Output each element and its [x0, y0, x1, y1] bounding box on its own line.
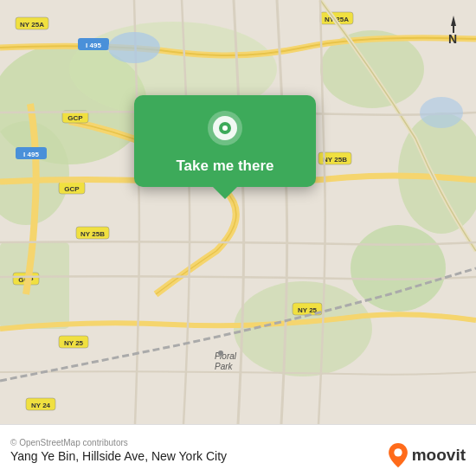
- svg-text:I 495: I 495: [23, 151, 39, 158]
- svg-text:NY 25: NY 25: [298, 306, 318, 314]
- svg-point-45: [394, 448, 402, 456]
- svg-point-38: [218, 351, 223, 356]
- svg-point-39: [108, 32, 160, 63]
- svg-text:I 495: I 495: [86, 42, 101, 49]
- map-container: I 495 NY 25A NY 25A GCP GCP GCP I 495 NY…: [0, 0, 476, 424]
- moovit-pin-icon: [386, 443, 410, 467]
- svg-text:GCP: GCP: [68, 114, 83, 122]
- svg-text:GCP: GCP: [64, 185, 80, 193]
- svg-text:NY 24: NY 24: [31, 402, 51, 409]
- location-icon: [205, 111, 245, 151]
- take-me-there-popup[interactable]: Take me there: [134, 95, 316, 187]
- svg-text:Floral: Floral: [215, 351, 237, 361]
- svg-point-44: [222, 125, 228, 131]
- popup-label: Take me there: [176, 158, 273, 175]
- bottom-bar: © OpenStreetMap contributors Yang Ye Bin…: [0, 424, 476, 476]
- moovit-logo: moovit: [386, 443, 466, 467]
- moovit-text: moovit: [412, 446, 466, 465]
- svg-text:NY 25B: NY 25B: [80, 230, 105, 238]
- svg-text:NY 25A: NY 25A: [20, 21, 44, 29]
- svg-point-6: [351, 225, 446, 312]
- svg-text:N: N: [448, 32, 457, 46]
- map-background: I 495 NY 25A NY 25A GCP GCP GCP I 495 NY…: [0, 0, 476, 424]
- svg-text:Park: Park: [215, 362, 234, 371]
- svg-point-40: [420, 97, 463, 128]
- svg-text:NY 25B: NY 25B: [323, 156, 347, 164]
- place-name: Yang Ye Bin, Hillside Ave, New York City: [10, 449, 227, 463]
- svg-text:NY 25: NY 25: [64, 339, 84, 347]
